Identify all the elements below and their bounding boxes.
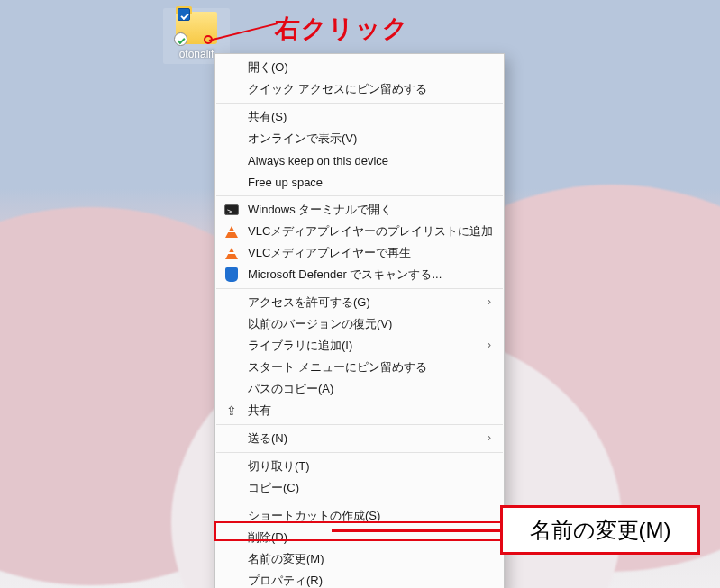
- menu-grant-access[interactable]: アクセスを許可する(G)›: [215, 292, 504, 313]
- menu-share[interactable]: ⇪共有: [215, 400, 504, 421]
- menu-label: Always keep on this device: [248, 154, 388, 167]
- menu-label: 名前の変更(M): [248, 551, 324, 567]
- menu-label: Windows ターミナルで開く: [248, 202, 392, 218]
- menu-label: 共有(S): [248, 109, 287, 125]
- menu-view-online[interactable]: オンラインで表示(V): [215, 128, 504, 149]
- menu-create-shortcut[interactable]: ショートカットの作成(S): [215, 505, 504, 527]
- menu-vlc-add-playlist[interactable]: VLCメディアプレイヤーのプレイリストに追加: [215, 221, 504, 242]
- annotation-right-click: 右クリック: [275, 12, 409, 46]
- menu-label: パスのコピー(A): [248, 381, 333, 397]
- menu-label: VLCメディアプレイヤーで再生: [248, 245, 411, 261]
- menu-separator: [216, 452, 503, 453]
- menu-label: コピー(C): [248, 480, 299, 496]
- menu-label: VLCメディアプレイヤーのプレイリストに追加: [248, 223, 493, 240]
- menu-label: クイック アクセスにピン留めする: [248, 81, 427, 97]
- chevron-right-icon: ›: [488, 295, 491, 307]
- desktop[interactable]: otonalif 右クリック 開く(O) クイック アクセスにピン留めする 共有…: [0, 0, 720, 588]
- menu-label: プロパティ(R): [248, 573, 323, 588]
- menu-separator: [216, 502, 503, 502]
- chevron-right-icon: ›: [488, 339, 491, 350]
- menu-vlc-play[interactable]: VLCメディアプレイヤーで再生: [215, 242, 504, 264]
- menu-label: 開く(O): [248, 59, 288, 76]
- menu-label: Microsoft Defender でスキャンする...: [248, 267, 442, 283]
- context-menu: 開く(O) クイック アクセスにピン留めする 共有(S) オンラインで表示(V)…: [214, 53, 505, 588]
- menu-separator: [216, 424, 503, 425]
- vlc-icon: [223, 245, 240, 261]
- sync-status-icon: [174, 32, 187, 46]
- menu-label: 削除(D): [248, 529, 287, 546]
- menu-label: ライブラリに追加(I): [248, 338, 352, 354]
- menu-label: 送る(N): [248, 430, 287, 447]
- menu-label: スタート メニューにピン留めする: [248, 359, 427, 375]
- menu-cut[interactable]: 切り取り(T): [215, 456, 504, 477]
- annotation-rename-callout: 名前の変更(M): [500, 505, 700, 555]
- menu-separator: [216, 195, 503, 196]
- menu-free-up-space[interactable]: Free up space: [215, 171, 504, 193]
- menu-properties[interactable]: プロパティ(R): [215, 570, 504, 588]
- menu-add-to-library[interactable]: ライブラリに追加(I)›: [215, 335, 504, 357]
- menu-label: オンラインで表示(V): [248, 131, 357, 147]
- menu-windows-terminal[interactable]: Windows ターミナルで開く: [215, 199, 504, 221]
- menu-label: 以前のバージョンの復元(V): [248, 316, 392, 332]
- menu-separator: [216, 288, 503, 289]
- menu-label: アクセスを許可する(G): [248, 294, 370, 311]
- menu-pin-quick-access[interactable]: クイック アクセスにピン留めする: [215, 78, 504, 100]
- chevron-right-icon: ›: [488, 431, 491, 443]
- annotation-text: 名前の変更(M): [530, 516, 671, 545]
- menu-pin-to-start[interactable]: スタート メニューにピン留めする: [215, 357, 504, 378]
- menu-copy-path[interactable]: パスのコピー(A): [215, 378, 504, 400]
- menu-separator: [216, 103, 503, 104]
- menu-delete[interactable]: 削除(D): [215, 527, 504, 548]
- vlc-icon: [223, 223, 240, 240]
- menu-defender-scan[interactable]: Microsoft Defender でスキャンする...: [215, 264, 504, 285]
- menu-previous-versions[interactable]: 以前のバージョンの復元(V): [215, 313, 504, 335]
- menu-open[interactable]: 開く(O): [215, 57, 504, 78]
- menu-send-to[interactable]: 送る(N)›: [215, 428, 504, 449]
- defender-icon: [223, 267, 240, 283]
- menu-label: ショートカットの作成(S): [248, 508, 380, 524]
- menu-share-s[interactable]: 共有(S): [215, 106, 504, 128]
- checkbox-checked-icon: [178, 8, 190, 21]
- menu-copy[interactable]: コピー(C): [215, 477, 504, 499]
- menu-label: 共有: [248, 403, 271, 419]
- folder-icon: [176, 12, 217, 44]
- menu-label: 切り取り(T): [248, 458, 310, 475]
- terminal-icon: [223, 202, 240, 218]
- menu-always-keep[interactable]: Always keep on this device: [215, 149, 504, 171]
- menu-rename[interactable]: 名前の変更(M): [215, 548, 504, 570]
- share-icon: ⇪: [223, 403, 240, 419]
- menu-label: Free up space: [248, 176, 323, 189]
